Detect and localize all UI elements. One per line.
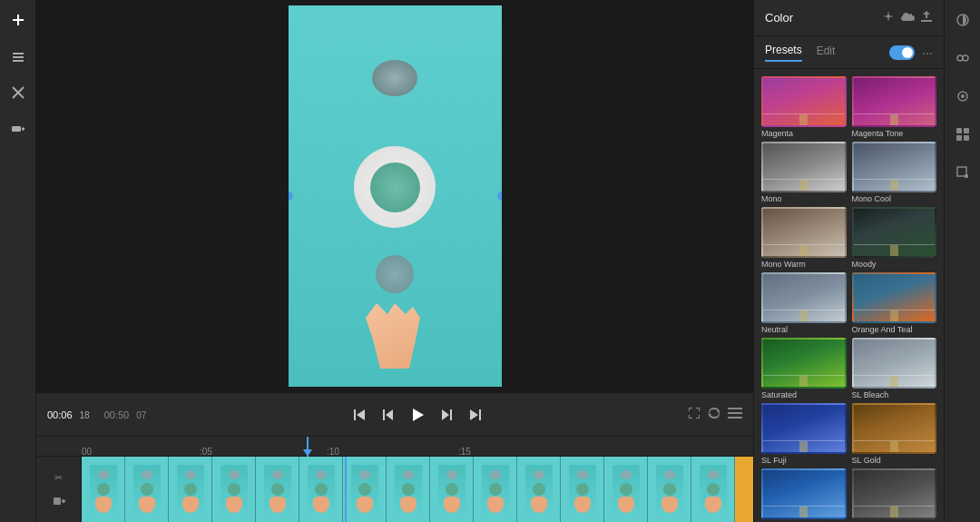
audio-icon[interactable]: [950, 84, 975, 109]
preset-road-decoration: [854, 163, 936, 191]
svg-rect-3: [13, 56, 24, 58]
svg-point-29: [961, 94, 965, 98]
svg-point-27: [963, 55, 968, 61]
add-icon[interactable]: [5, 7, 31, 33]
main-area: 00:06 18 00:50 07: [36, 0, 753, 522]
step-forward-button[interactable]: [434, 402, 459, 428]
preset-item-mono[interactable]: Mono: [761, 142, 847, 203]
effects-icon[interactable]: [950, 45, 975, 71]
preset-label-sl-bleach: SL Bleach: [852, 390, 937, 399]
playback-controls: [153, 402, 681, 428]
presets-row: Mono WarmMoody: [761, 207, 936, 269]
svg-point-26: [957, 55, 963, 61]
preset-item-magenta[interactable]: Magenta: [761, 76, 847, 138]
color-panel-icon[interactable]: [950, 7, 975, 33]
stone-top-decoration: [372, 60, 417, 96]
toggle-knob: [902, 47, 913, 58]
resize-handle-right[interactable]: [497, 192, 502, 201]
home-icon[interactable]: [5, 44, 31, 69]
road-center-line: [890, 507, 898, 517]
preset-road-decoration: [854, 293, 936, 321]
scissors-icon[interactable]: ✂: [49, 468, 69, 488]
preset-road-decoration: [854, 359, 936, 387]
play-button[interactable]: [405, 402, 430, 428]
road-center-line: [799, 507, 808, 517]
preset-label-magenta-tone: Magenta Tone: [852, 129, 937, 138]
tab-presets[interactable]: Presets: [765, 44, 802, 62]
preset-item-neutral[interactable]: Neutral: [761, 272, 847, 334]
transform-icon[interactable]: [950, 160, 975, 185]
panel-header-icons: [882, 10, 933, 25]
sparkle-icon[interactable]: [882, 10, 895, 25]
presets-row: NeutralOrange And Teal: [761, 272, 936, 334]
playhead-indicator[interactable]: [307, 437, 309, 457]
add-track-icon[interactable]: [49, 491, 69, 511]
road-center-line: [799, 310, 808, 321]
skip-to-end-button[interactable]: [463, 402, 488, 428]
skip-to-start-button[interactable]: [347, 402, 372, 428]
preset-road-decoration: [763, 424, 845, 452]
stone-bottom-decoration: [376, 255, 414, 293]
preset-thumb-sl-matrix: [852, 468, 937, 519]
video-content: [289, 5, 502, 387]
preset-item-sl-bleach[interactable]: SL Bleach: [852, 338, 937, 399]
right-panel: Color Pres: [753, 0, 944, 522]
clip-frame-14: [648, 457, 691, 522]
road-center-line: [890, 376, 898, 387]
preset-item-saturated[interactable]: Saturated: [761, 338, 847, 399]
preset-item-moody[interactable]: Moody: [852, 207, 937, 269]
add-to-timeline-icon[interactable]: [5, 116, 31, 142]
svg-rect-4: [13, 60, 24, 62]
panel-header: Color: [754, 0, 944, 36]
preset-item-sl-gold[interactable]: SL Gold: [852, 403, 937, 465]
tab-edit[interactable]: Edit: [817, 44, 836, 61]
preset-item-sl-fuji[interactable]: SL Fuji: [761, 403, 847, 465]
step-back-button[interactable]: [376, 402, 401, 428]
far-right-toolbar: [944, 0, 980, 522]
preset-label-mono: Mono: [761, 194, 847, 203]
preset-item-sl-matrix[interactable]: SL Matrix: [852, 468, 937, 522]
clip-frame-8: [387, 457, 430, 522]
preset-road-decoration: [763, 228, 845, 256]
clip-frame-6: [299, 457, 343, 522]
presets-row: SaturatedSL Bleach: [761, 338, 936, 399]
fullscreen-button[interactable]: [688, 407, 701, 422]
timeline-playhead-line: [345, 457, 347, 522]
preset-item-magenta-tone[interactable]: Magenta Tone: [852, 76, 937, 138]
svg-rect-31: [964, 128, 969, 133]
toggle-switch[interactable]: [889, 45, 915, 60]
preset-item-mono-cool[interactable]: Mono Cool: [852, 142, 937, 203]
preset-item-orange-and-teal[interactable]: Orange And Teal: [852, 272, 937, 334]
preset-label-mono-warm: Mono Warm: [761, 260, 847, 269]
svg-rect-17: [479, 409, 481, 420]
svg-rect-7: [12, 126, 21, 132]
cut-icon[interactable]: [5, 80, 31, 105]
road-center-line: [890, 310, 898, 321]
export-icon[interactable]: [920, 10, 933, 25]
svg-rect-10: [354, 409, 356, 420]
road-center-line: [799, 245, 808, 256]
total-frame: 07: [136, 410, 146, 420]
preset-item-sl-kodak[interactable]: SL Kodak: [761, 468, 847, 522]
track-content: [82, 457, 753, 522]
clip-frame-12: [561, 457, 604, 522]
cloud-icon[interactable]: [900, 11, 915, 25]
preview-area: [36, 0, 753, 392]
more-menu-icon[interactable]: ···: [922, 45, 933, 60]
playhead-triangle: [303, 449, 312, 457]
preset-thumb-sl-bleach: [852, 338, 937, 389]
preset-thumb-saturated: [761, 338, 847, 389]
clip-frame-4: [212, 457, 256, 522]
more-options-button[interactable]: [728, 408, 742, 421]
svg-rect-21: [728, 417, 742, 419]
preset-item-mono-warm[interactable]: Mono Warm: [761, 207, 847, 269]
plant-decoration: [370, 163, 420, 212]
track-controls: ✂: [36, 457, 82, 522]
app-container: 00:06 18 00:50 07: [0, 0, 980, 522]
loop-button[interactable]: [708, 407, 720, 422]
clip-frame-5: [256, 457, 299, 522]
grid-icon[interactable]: [950, 122, 975, 147]
road-center-line: [799, 114, 808, 125]
track-clip[interactable]: [82, 457, 753, 522]
svg-rect-19: [728, 408, 742, 409]
